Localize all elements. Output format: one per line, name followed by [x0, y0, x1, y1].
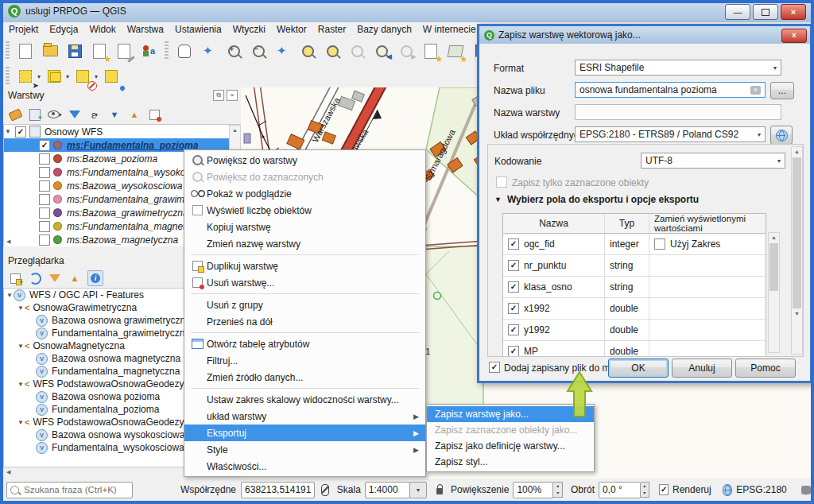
- use-range-checkbox[interactable]: [654, 238, 665, 250]
- select-features-dropdown[interactable]: ▾: [37, 73, 41, 80]
- cancel-button[interactable]: Anuluj: [672, 359, 732, 378]
- menu-item-zoom-to-layer[interactable]: Powiększ do warstwy: [184, 152, 425, 169]
- menu-projekt[interactable]: Projekt: [3, 22, 44, 37]
- select-features-icon[interactable]: ➤: [14, 65, 37, 87]
- col-header-type[interactable]: Typ: [605, 214, 649, 233]
- field-checkbox[interactable]: ✓: [508, 346, 519, 357]
- save-project-icon[interactable]: [64, 40, 86, 62]
- menu-raster[interactable]: Raster: [312, 22, 351, 37]
- open-layer-styling-icon[interactable]: [8, 107, 22, 122]
- layer-checkbox[interactable]: [39, 207, 50, 219]
- field-checkbox[interactable]: ✓: [508, 281, 519, 293]
- field-checkbox[interactable]: ✓: [508, 324, 519, 335]
- select-by-form-dropdown[interactable]: ▾: [66, 73, 69, 80]
- manage-map-themes-icon[interactable]: ▾: [48, 107, 62, 122]
- field-row[interactable]: ✓y1992 double: [503, 320, 766, 341]
- menu-item-zoom-to-selection[interactable]: Powiększ do zaznaczonych: [184, 169, 425, 185]
- menu-item-open-attribute-table[interactable]: Otwórz tabelę atrybutów: [184, 335, 425, 352]
- section-collapse-icon[interactable]: ▼: [494, 196, 502, 204]
- expander-icon[interactable]: ▼: [17, 419, 25, 426]
- toolbar-grip[interactable]: [6, 41, 10, 60]
- menu-item-filter[interactable]: Filtruj...: [184, 352, 425, 369]
- new-project-icon[interactable]: [14, 40, 37, 62]
- menu-wtyczki[interactable]: Wtyczki: [227, 22, 271, 37]
- toolbar-grip[interactable]: [165, 41, 169, 60]
- scale-combobox[interactable]: 1:4000: [365, 482, 410, 498]
- zoom-in-icon[interactable]: +: [223, 40, 245, 62]
- render-checkbox[interactable]: ✓: [659, 484, 669, 495]
- remove-layer-icon[interactable]: [147, 107, 161, 122]
- menu-item-remove-from-group[interactable]: Usuń z grupy: [184, 297, 425, 313]
- pan-to-selection-icon[interactable]: [198, 40, 220, 62]
- float-panel-icon[interactable]: ⧉: [213, 90, 224, 101]
- zoom-to-selection-icon[interactable]: [297, 40, 319, 62]
- search-input[interactable]: [22, 484, 129, 495]
- col-header-replace[interactable]: Zamień wyświetlonymi wartościami: [649, 214, 766, 233]
- maximize-button[interactable]: [753, 4, 778, 20]
- refresh-icon[interactable]: [28, 271, 42, 285]
- layout-manager-icon[interactable]: [113, 40, 135, 62]
- messages-icon[interactable]: [801, 486, 811, 494]
- magnifier-field[interactable]: 100%: [513, 482, 553, 498]
- rotation-spinner[interactable]: ▴▾: [641, 482, 650, 498]
- expander-icon[interactable]: ▼: [4, 128, 12, 135]
- field-row[interactable]: ✓klasa_osno string: [503, 277, 766, 298]
- add-selected-layers-icon[interactable]: +: [8, 271, 22, 285]
- menu-item-show-in-overview[interactable]: Pokaż w podglądzie: [184, 185, 425, 202]
- menu-item-properties[interactable]: Właściwości...: [184, 458, 425, 475]
- dialog-close-button[interactable]: ×: [781, 29, 807, 43]
- field-row[interactable]: ✓x1992 double: [503, 298, 766, 320]
- pan-map-icon[interactable]: [173, 40, 196, 62]
- deselect-features-icon[interactable]: [72, 65, 94, 87]
- menu-item-rename-layer[interactable]: Zmień nazwę warstwy: [184, 235, 425, 252]
- add-group-icon[interactable]: +: [28, 107, 42, 122]
- ok-button[interactable]: OK: [608, 359, 669, 378]
- menu-item-styles[interactable]: Style▶: [184, 441, 425, 458]
- layername-input[interactable]: [575, 104, 781, 120]
- menu-item-set-scale-visibility[interactable]: Ustaw zakres skalowy widoczności warstwy…: [184, 391, 425, 408]
- menu-item-remove-layer[interactable]: Usuń warstwę...: [184, 274, 425, 291]
- filter-legend-icon[interactable]: [68, 107, 82, 122]
- filter-browser-icon[interactable]: [48, 271, 62, 285]
- select-by-form-icon[interactable]: [43, 65, 65, 87]
- properties-widget-icon[interactable]: i: [87, 270, 103, 286]
- crs-combobox[interactable]: EPSG:2180 - ETRS89 / Poland CS92▾: [575, 126, 766, 142]
- menu-item-layer-crs[interactable]: układ warstwy▶: [184, 408, 425, 425]
- deselect-features-dropdown[interactable]: ▾: [95, 73, 98, 80]
- field-checkbox[interactable]: ✓: [508, 303, 519, 314]
- close-panel-icon[interactable]: ×: [227, 90, 238, 101]
- zoom-full-extent-icon[interactable]: [272, 40, 294, 62]
- expander-icon[interactable]: ▼: [6, 292, 14, 299]
- field-row[interactable]: ✓MP double: [503, 341, 766, 357]
- layer-checkbox[interactable]: [39, 153, 50, 165]
- field-checkbox[interactable]: ✓: [508, 238, 519, 250]
- layers-hscroll-left[interactable]: ◀: [6, 238, 10, 245]
- add-to-map-checkbox[interactable]: ✓: [489, 362, 500, 373]
- collapse-all-icon[interactable]: ▲: [68, 271, 82, 285]
- save-selected-only-checkbox[interactable]: [496, 176, 507, 188]
- encoding-combobox[interactable]: UTF-8▾: [641, 153, 785, 169]
- layer-checkbox[interactable]: [39, 167, 50, 178]
- close-button[interactable]: ×: [781, 4, 806, 20]
- filter-by-expression-icon[interactable]: ε▾: [87, 107, 102, 122]
- new-report-icon[interactable]: ★: [444, 40, 467, 62]
- toggle-extents-icon[interactable]: [321, 484, 328, 496]
- clear-text-icon[interactable]: ×: [750, 86, 761, 95]
- field-row[interactable]: ✓nr_punktu string: [503, 255, 766, 277]
- field-checkbox[interactable]: ✓: [508, 260, 519, 271]
- menu-widok[interactable]: Widok: [83, 22, 121, 37]
- layer-group-row[interactable]: ▼ ✓ Osnowy WFS: [4, 125, 242, 138]
- expander-icon[interactable]: ▼: [17, 381, 25, 388]
- magnifier-spinner[interactable]: ▴▾: [553, 482, 563, 498]
- submenu-item-save-as-layer-definition[interactable]: Zapisz jako definicję warstwy...: [427, 438, 594, 454]
- style-manager-icon[interactable]: a: [138, 40, 160, 62]
- filename-input[interactable]: osnowa fundamentalna pozioma ×: [575, 82, 766, 98]
- menu-bazy-danych[interactable]: Bazy danych: [351, 22, 417, 37]
- submenu-item-save-style[interactable]: Zapisz styl...: [427, 454, 594, 470]
- select-crs-button[interactable]: [770, 126, 793, 145]
- zoom-out-icon[interactable]: −: [247, 40, 269, 62]
- expander-icon[interactable]: ▼: [17, 343, 25, 350]
- zoom-next-icon[interactable]: ▶: [395, 40, 417, 62]
- layer-checkbox[interactable]: [39, 194, 50, 205]
- lock-scale-icon[interactable]: [436, 488, 443, 494]
